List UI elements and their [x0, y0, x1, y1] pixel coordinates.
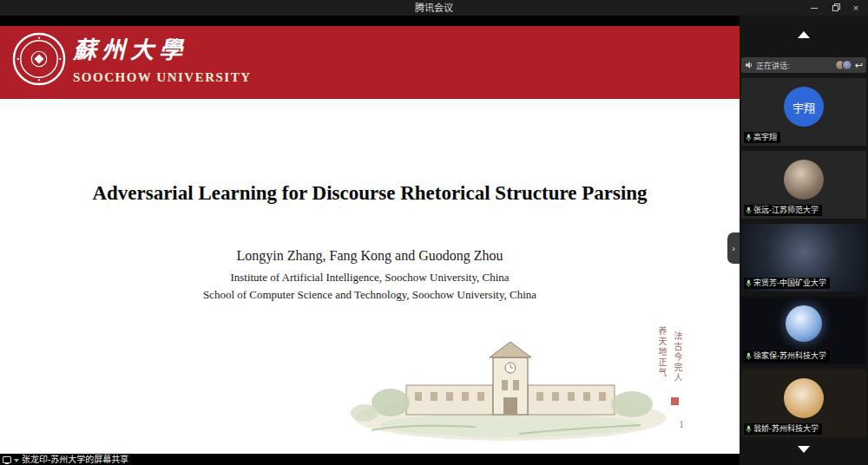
participant-name-label: 张远-江苏师范大学 — [744, 205, 822, 216]
mic-icon — [746, 279, 752, 287]
motto-line-1: 养天地正气 — [655, 326, 668, 378]
participant-name: 高宇翔 — [753, 132, 777, 143]
speaker-icon — [745, 61, 753, 69]
participant-name: 徐家保-苏州科技大学 — [753, 350, 826, 362]
scroll-up-button[interactable] — [740, 26, 868, 43]
window-controls: × — [806, 0, 865, 16]
slide-affiliation-1: Institute of Artificial Intelligence, So… — [0, 271, 740, 285]
participant-tile[interactable]: 翁娇-苏州科技大学 — [741, 370, 866, 437]
mini-avatar-icon — [842, 60, 852, 70]
participant-name-label: 高宇翔 — [744, 132, 780, 143]
participant-tile[interactable]: 徐家保-苏州科技大学 — [741, 297, 866, 364]
university-seal-logo — [12, 32, 66, 86]
close-button[interactable]: × — [847, 1, 865, 15]
university-name-cn: 蘇州大學 — [73, 31, 252, 65]
speaking-now-bar: 正在讲话: ↩ — [741, 57, 866, 73]
slide-body: Adversarial Learning for Discourse Rheto… — [0, 99, 740, 455]
participant-tile[interactable]: 张远-江苏师范大学 — [741, 151, 866, 219]
participant-name-label: 翁娇-苏州科技大学 — [744, 423, 822, 435]
speaking-mini-avatars — [835, 60, 852, 70]
calligraphy-seal-stamp — [671, 397, 679, 405]
participant-name: 翁娇-苏州科技大学 — [753, 423, 819, 435]
chevron-right-icon: › — [732, 243, 735, 253]
window-title: 腾讯会议 — [0, 0, 868, 16]
campus-watercolor-art: 养天地正气 法古今完人 — [345, 323, 693, 444]
meeting-window: 腾讯会议 × 蘇州大學 — [0, 0, 868, 465]
participant-tiles: 宇翔 高宇翔 — [741, 78, 866, 437]
mic-icon — [746, 352, 752, 360]
restore-icon — [832, 5, 838, 11]
screen-share-label: 张龙印-苏州大学的屏幕共享 — [22, 454, 128, 465]
titlebar: 腾讯会议 × — [0, 0, 868, 16]
slide-title: Adversarial Learning for Discourse Rheto… — [0, 182, 740, 205]
participant-name: 宋贤芳-中国矿业大学 — [753, 278, 826, 289]
minimize-icon — [811, 8, 818, 9]
speaking-now-label: 正在讲话: — [756, 60, 832, 71]
screen-share-statusbar: 张龙印-苏州大学的屏幕共享 — [0, 454, 740, 465]
university-name-block: 蘇州大學 SOOCHOW UNIVERSITY — [73, 31, 252, 85]
university-name-en: SOOCHOW UNIVERSITY — [73, 70, 252, 85]
participant-name: 张远-江苏师范大学 — [753, 205, 819, 216]
reply-arrow-icon[interactable]: ↩ — [855, 61, 863, 70]
slide-banner: 蘇州大學 SOOCHOW UNIVERSITY — [0, 26, 740, 99]
restore-button[interactable] — [826, 1, 844, 15]
sidebar-collapse-tab[interactable]: › — [727, 232, 740, 264]
scroll-down-button[interactable] — [740, 441, 868, 458]
screen-share-monitor-icon — [3, 456, 11, 463]
participant-name-label: 徐家保-苏州科技大学 — [744, 350, 830, 362]
avatar — [784, 160, 824, 200]
participant-tile[interactable]: 宇翔 高宇翔 — [741, 78, 866, 146]
motto-line-2: 法古今完人 — [671, 331, 684, 383]
screen-share-arrow-icon — [14, 459, 19, 462]
participants-sidebar: 正在讲话: ↩ 宇翔 高宇翔 — [740, 16, 868, 465]
arrow-up-icon — [798, 31, 810, 38]
avatar — [784, 378, 824, 418]
mic-icon — [746, 206, 752, 214]
arrow-down-icon — [798, 446, 810, 453]
close-icon: × — [853, 3, 858, 13]
mic-icon — [746, 425, 752, 433]
minimize-button[interactable] — [806, 1, 823, 15]
slide-affiliation-2: School of Computer Science and Technolog… — [0, 288, 740, 302]
campus-painting — [345, 323, 693, 444]
mic-icon — [746, 134, 752, 141]
participant-tile[interactable]: 宋贤芳-中国矿业大学 — [741, 224, 866, 291]
avatar — [786, 305, 822, 342]
slide-page-number: 1 — [679, 418, 684, 431]
avatar: 宇翔 — [784, 87, 824, 127]
main-area: 蘇州大學 SOOCHOW UNIVERSITY Adversarial Lear… — [0, 16, 868, 465]
participant-name-label: 宋贤芳-中国矿业大学 — [744, 278, 830, 289]
slide-authors: Longyin Zhang, Fang Kong and Guodong Zho… — [0, 248, 740, 264]
shared-screen: 蘇州大學 SOOCHOW UNIVERSITY Adversarial Lear… — [0, 16, 740, 465]
